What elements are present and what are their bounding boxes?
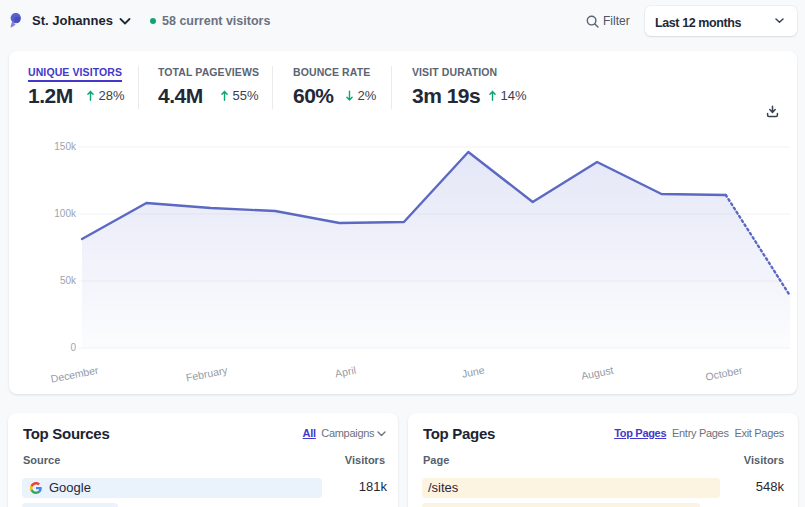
svg-text:150k: 150k: [54, 141, 77, 152]
svg-text:50k: 50k: [60, 275, 77, 286]
svg-text:April: April: [334, 364, 357, 380]
svg-text:February: February: [185, 364, 229, 384]
svg-text:October: October: [704, 364, 743, 383]
svg-text:June: June: [461, 364, 486, 380]
svg-text:December: December: [50, 364, 100, 385]
svg-text:August: August: [580, 364, 614, 382]
svg-text:100k: 100k: [54, 208, 77, 219]
svg-text:0: 0: [70, 342, 76, 353]
